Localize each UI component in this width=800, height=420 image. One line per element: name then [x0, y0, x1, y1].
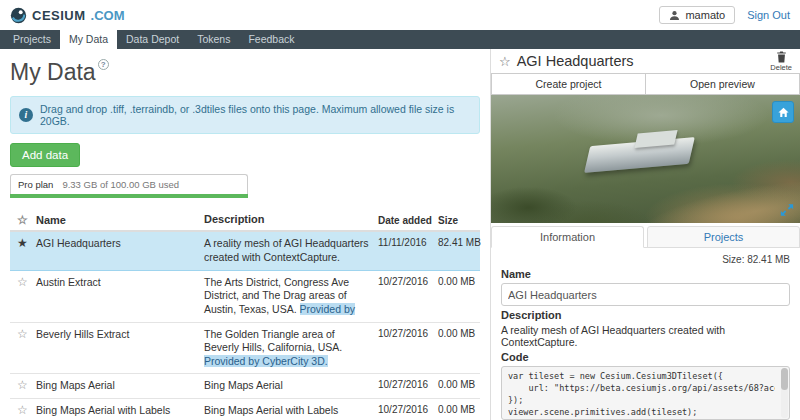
cesium-logo-icon — [10, 7, 27, 24]
plan-usage-text: 9.33 GB of 100.00 GB used — [62, 179, 179, 190]
asset-description: The Golden Triangle area of Beverly Hill… — [204, 328, 342, 354]
user-menu-button[interactable]: mamato — [659, 6, 735, 24]
brand-name: CESIUM — [32, 8, 86, 23]
favorite-star-icon[interactable]: ★ — [17, 236, 28, 250]
nav-tab-data-depot[interactable]: Data Depot — [117, 30, 188, 49]
code-snippet-text: var tileset = new Cesium.Cesium3DTileset… — [508, 371, 775, 419]
asset-detail-title: AGI Headquarters — [517, 53, 634, 69]
nav-tab-feedback[interactable]: Feedback — [239, 30, 303, 49]
asset-name: Beverly Hills Extract — [36, 328, 204, 340]
header-star-icon: ☆ — [17, 213, 28, 227]
column-header-size: Size — [438, 215, 482, 226]
favorite-star-icon[interactable]: ☆ — [17, 403, 28, 417]
trash-icon — [776, 51, 787, 63]
asset-description: A reality mesh of AGI Headquarters creat… — [204, 237, 369, 263]
user-icon — [669, 10, 680, 21]
asset-detail-header: ☆ AGI Headquarters Delete — [491, 49, 800, 73]
delete-asset-button[interactable]: Delete — [770, 51, 792, 72]
nav-tab-my-data[interactable]: My Data — [60, 30, 117, 49]
plan-usage-box: Pro plan 9.33 GB of 100.00 GB used — [10, 174, 248, 194]
tab-projects[interactable]: Projects — [647, 226, 800, 248]
asset-name: Bing Maps Aerial with Labels — [36, 404, 204, 416]
asset-description-highlight: Provided by CyberCity 3D. — [204, 355, 328, 367]
fullscreen-expand-icon[interactable] — [778, 201, 796, 219]
preview-road — [637, 167, 800, 223]
column-header-date-added: Date added — [378, 215, 438, 226]
top-header: CESIUM.COM mamato Sign Out — [0, 0, 800, 30]
page-title: My Data? — [10, 59, 480, 86]
asset-name: Bing Maps Aerial — [36, 379, 204, 391]
asset-date-added: 10/27/2016 — [378, 379, 438, 390]
plan-name: Pro plan — [18, 179, 53, 190]
asset-size-text: Size: 82.41 MB — [501, 254, 790, 265]
add-data-button[interactable]: Add data — [10, 143, 80, 167]
asset-name: AGI Headquarters — [36, 237, 204, 249]
code-snippet-block: var tileset = new Cesium.Cesium3DTileset… — [501, 366, 790, 420]
favorite-star-icon[interactable]: ☆ — [17, 327, 28, 341]
asset-table-body: ★ AGI Headquarters A reality mesh of AGI… — [10, 232, 480, 420]
asset-detail-panel: ☆ AGI Headquarters Delete Create project… — [490, 49, 800, 420]
detail-tabs: Information Projects — [491, 223, 800, 248]
asset-date-added: 11/11/2016 — [378, 237, 438, 248]
asset-preview-image — [491, 95, 800, 223]
sign-out-link[interactable]: Sign Out — [747, 9, 790, 21]
home-button[interactable] — [772, 101, 794, 123]
column-header-name: Name — [36, 214, 204, 226]
asset-date-added: 10/27/2016 — [378, 404, 438, 415]
panel-star-icon[interactable]: ☆ — [499, 54, 511, 69]
table-row[interactable]: ☆ Austin Extract The Arts District, Cong… — [10, 271, 480, 323]
tab-information[interactable]: Information — [491, 226, 644, 248]
asset-size: 82.41 MB — [438, 237, 482, 248]
asset-table: ☆ Name Description Date added Size ★ AGI… — [10, 208, 480, 420]
description-field-label: Description — [501, 309, 790, 321]
help-icon[interactable]: ? — [98, 59, 109, 70]
asset-size: 0.00 MB — [438, 276, 482, 287]
upload-info-text: Drag and drop .tiff, .terraindb, or .3dt… — [40, 103, 471, 127]
table-row[interactable]: ☆ Bing Maps Aerial Bing Maps Aerial 10/2… — [10, 374, 480, 399]
user-name: mamato — [685, 9, 725, 21]
asset-date-added: 10/27/2016 — [378, 328, 438, 339]
information-tab-content: Size: 82.41 MB Name Description A realit… — [491, 248, 800, 420]
favorite-star-icon[interactable]: ☆ — [17, 378, 28, 392]
asset-description: Bing Maps Aerial with Labels — [204, 404, 338, 416]
nav-tab-projects[interactable]: Projects — [4, 30, 60, 49]
asset-size: 0.00 MB — [438, 379, 482, 390]
main-nav: ProjectsMy DataData DepotTokensFeedback — [0, 30, 800, 49]
code-scrollbar-thumb[interactable] — [781, 368, 788, 390]
table-row[interactable]: ☆ Bing Maps Aerial with Labels Bing Maps… — [10, 399, 480, 420]
asset-size: 0.00 MB — [438, 404, 482, 415]
favorite-star-icon[interactable]: ☆ — [17, 275, 28, 289]
create-project-button[interactable]: Create project — [491, 73, 646, 95]
upload-info-alert: i Drag and drop .tiff, .terraindb, or .3… — [10, 96, 480, 134]
code-scrollbar[interactable] — [781, 368, 788, 418]
my-data-section: My Data? i Drag and drop .tiff, .terrain… — [0, 49, 490, 420]
table-row[interactable]: ★ AGI Headquarters A reality mesh of AGI… — [10, 232, 480, 270]
code-field-label: Code — [501, 351, 790, 363]
info-icon: i — [19, 108, 33, 122]
asset-table-header: ☆ Name Description Date added Size — [10, 208, 480, 232]
asset-description-highlight: Provided by — [300, 303, 355, 315]
open-preview-button[interactable]: Open preview — [645, 73, 800, 95]
asset-description: Bing Maps Aerial — [204, 379, 283, 391]
nav-tab-tokens[interactable]: Tokens — [188, 30, 239, 49]
asset-description-value: A reality mesh of AGI Headquarters creat… — [501, 324, 790, 348]
asset-name: Austin Extract — [36, 276, 204, 288]
cesium-brand[interactable]: CESIUM.COM — [10, 7, 125, 24]
asset-size: 0.00 MB — [438, 328, 482, 339]
plan-usage-progress-bar — [10, 194, 248, 198]
asset-name-input[interactable] — [501, 283, 790, 306]
name-field-label: Name — [501, 268, 790, 280]
column-header-description: Description — [204, 212, 378, 226]
brand-suffix: .COM — [91, 8, 125, 23]
table-row[interactable]: ☆ Beverly Hills Extract The Golden Trian… — [10, 323, 480, 375]
asset-date-added: 10/27/2016 — [378, 276, 438, 287]
